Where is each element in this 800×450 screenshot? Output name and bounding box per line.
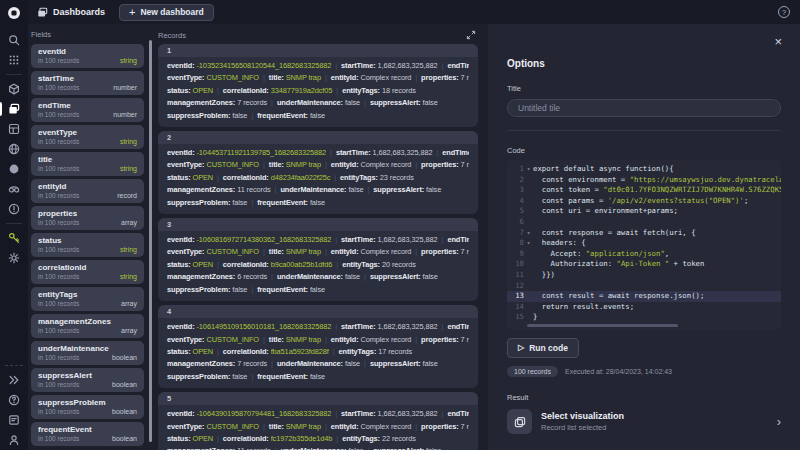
alert-circle-icon[interactable] (0, 199, 28, 219)
field-type: array (121, 300, 137, 307)
code-line-15: 15} (507, 312, 781, 323)
field-name: managementZones (38, 317, 137, 326)
field-record-count: in 100 records (38, 111, 79, 118)
record-index: 2 (158, 131, 478, 144)
record-card-3[interactable]: 3eventId: -1060816972714380362_168268332… (158, 218, 478, 301)
goggles-icon[interactable] (0, 179, 28, 199)
help-circle-icon[interactable] (0, 390, 28, 410)
field-card-frequentEvent[interactable]: frequentEventin 100 recordsboolean (31, 422, 144, 446)
code-line-6: 6 (507, 217, 781, 228)
code-line-13: 13 const result = await response.json(); (507, 291, 781, 302)
collapse-icon[interactable] (0, 370, 28, 390)
visualization-icon (507, 409, 532, 434)
field-name: suppressProblem (38, 398, 137, 407)
field-name: suppressAlert (38, 371, 137, 380)
field-card-correlationId[interactable]: correlationIdin 100 recordsstring (31, 260, 144, 284)
search-icon[interactable] (0, 30, 28, 50)
fold-spacer (524, 270, 533, 281)
user-icon[interactable] (0, 430, 28, 450)
field-card-title[interactable]: titlein 100 recordsstring (31, 152, 144, 176)
fields-list: eventIdin 100 recordsstringstartTimein 1… (31, 44, 144, 446)
field-record-count: in 100 records (38, 138, 79, 145)
field-card-status[interactable]: statusin 100 recordsstring (31, 233, 144, 257)
code-lines: 1▾export default async function(){2 cons… (507, 164, 781, 323)
field-card-underMaintenance[interactable]: underMaintenancein 100 recordsboolean (31, 341, 144, 365)
field-card-startTime[interactable]: startTimein 100 recordsnumber (31, 71, 144, 95)
field-type: number (113, 111, 137, 118)
record-line: managementZones: 6 records|underMaintena… (167, 271, 469, 283)
chevron-right-icon: › (777, 415, 781, 428)
globe-icon[interactable] (0, 139, 28, 159)
record-line: status: OPEN|correlationId: fba51a5923fd… (167, 346, 469, 358)
field-name: status (38, 236, 137, 245)
field-card-entityId[interactable]: entityIdin 100 recordsrecord (31, 179, 144, 203)
field-card-properties[interactable]: propertiesin 100 recordsarray (31, 206, 144, 230)
field-record-count: in 100 records (38, 354, 79, 361)
expand-icon[interactable] (466, 30, 476, 40)
field-card-endTime[interactable]: endTimein 100 recordsnumber (31, 98, 144, 122)
field-record-count: in 100 records (38, 435, 79, 442)
field-name: underMaintenance (38, 344, 137, 353)
record-index: 3 (158, 218, 478, 231)
code-line-10: 10 Authorization: "Api-Token " + token (507, 259, 781, 270)
divider (507, 130, 781, 131)
apps-grid-icon[interactable] (0, 50, 28, 70)
field-type: string (120, 165, 137, 172)
field-type: number (113, 84, 137, 91)
field-card-suppressAlert[interactable]: suppressAlertin 100 recordsboolean (31, 368, 144, 392)
run-code-button[interactable]: ▷ Run code (507, 338, 579, 358)
record-card-5[interactable]: 5eventId: -1064390195870794481_168268332… (158, 392, 478, 450)
field-name: eventType (38, 128, 137, 137)
field-type: string (120, 273, 137, 280)
field-card-eventId[interactable]: eventIdin 100 recordsstring (31, 44, 144, 68)
fields-scrollbar[interactable] (149, 40, 152, 442)
record-line: suppressProblem: false|frequentEvent: fa… (167, 284, 469, 296)
key-icon[interactable] (0, 228, 28, 248)
fold-spacer (524, 312, 533, 323)
help-icon[interactable]: ? (778, 6, 790, 18)
field-record-count: in 100 records (38, 57, 79, 64)
field-name: frequentEvent (38, 425, 137, 434)
record-line: status: OPEN|correlationId: fc1972b355de… (167, 433, 469, 445)
logo-icon[interactable] (7, 6, 21, 20)
record-line: eventType: CUSTOM_INFO|title: SNMP trap|… (167, 72, 469, 84)
field-card-eventType[interactable]: eventTypein 100 recordsstring (31, 125, 144, 149)
field-record-count: in 100 records (38, 300, 79, 307)
record-card-2[interactable]: 2eventId: -104453711921139785_1682683325… (158, 131, 478, 214)
code-line-1: 1▾export default async function(){ (507, 164, 781, 175)
field-card-managementZones[interactable]: managementZonesin 100 recordsarray (31, 314, 144, 338)
field-record-count: in 100 records (38, 84, 79, 91)
record-line: eventType: CUSTOM_INFO|title: SNMP trap|… (167, 421, 469, 433)
circle-icon[interactable] (0, 159, 28, 179)
field-name: entityTags (38, 290, 137, 299)
record-index: 4 (158, 305, 478, 318)
code-line-7: 7▾ const response = await fetch(uri, { (507, 228, 781, 239)
select-visualization-row[interactable]: Select visualization Record list selecte… (507, 409, 781, 434)
dashboards-icon[interactable] (0, 99, 28, 119)
field-card-suppressProblem[interactable]: suppressProblemin 100 recordsboolean (31, 395, 144, 419)
breadcrumb-app[interactable]: Dashboards (37, 7, 105, 18)
record-line: eventId: -1035234156508120544_1682683325… (167, 60, 469, 72)
field-record-count: in 100 records (38, 381, 79, 388)
record-line: status: OPEN|correlationId: 334877919a2d… (167, 85, 469, 97)
fold-spacer (524, 206, 533, 217)
cube-icon[interactable] (0, 79, 28, 99)
records-list: 1eventId: -1035234156508120544_168268332… (158, 44, 478, 450)
field-card-entityTags[interactable]: entityTagsin 100 recordsarray (31, 287, 144, 311)
feedback-icon[interactable] (0, 410, 28, 430)
code-line-4: 4 const params = '/api/v2/events?status(… (507, 196, 781, 207)
code-label: Code (507, 146, 781, 155)
code-hscrollbar[interactable] (527, 324, 771, 327)
field-record-count: in 100 records (38, 327, 79, 334)
close-icon[interactable]: × (774, 35, 782, 48)
record-card-1[interactable]: 1eventId: -1035234156508120544_168268332… (158, 44, 478, 127)
record-line: status: OPEN|correlationId: b9ca00ab25b1… (167, 259, 469, 271)
title-label: Title (507, 84, 781, 93)
record-card-4[interactable]: 4eventId: -1061495109156010181_168268332… (158, 305, 478, 388)
fold-spacer (524, 196, 533, 207)
new-dashboard-button[interactable]: + New dashboard (119, 4, 214, 21)
title-input[interactable] (507, 99, 781, 117)
code-editor[interactable]: 1▾export default async function(){2 cons… (507, 160, 781, 330)
gear-icon[interactable] (0, 248, 28, 268)
table-icon[interactable] (0, 119, 28, 139)
